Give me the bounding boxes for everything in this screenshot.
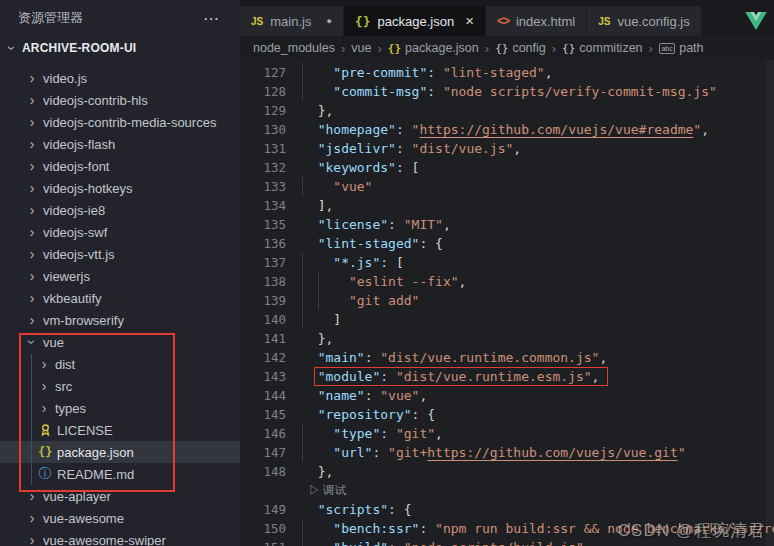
indent-guide [302,443,303,462]
indent-guide [302,519,303,538]
breadcrumb-label: config [512,41,545,55]
code-token: : { [412,407,435,422]
code-editor[interactable]: 127 "pre-commit": "lint-staged",128 "com… [240,60,774,546]
code-token: "npm run build:ssr && node benchmarks/ss… [435,521,774,536]
code-line-139[interactable]: 139 "git add" [240,291,774,310]
tree-item-videojs-contrib-media-sources[interactable]: ›videojs-contrib-media-sources [0,111,240,133]
code-line-131[interactable]: 131 "jsdelivr": "dist/vue.js", [240,139,774,158]
tree-item-vm-browserify[interactable]: ›vm-browserify [0,309,240,331]
chevron-right-icon: › [26,248,38,260]
code-line-137[interactable]: 137 "*.js": [ [240,253,774,272]
tree-item-vue[interactable]: ›vue [0,331,240,353]
line-number: 150 [240,519,286,538]
unsaved-dot-icon[interactable]: ● [326,16,331,26]
tree-item-types[interactable]: ›types [0,397,240,419]
code-line-content: "vue" [302,177,774,196]
tree-item-viewerjs[interactable]: ›viewerjs [0,265,240,287]
chevron-right-icon: › [26,534,38,546]
code-token: "bench:ssr" [333,521,419,536]
code-line-content: ] [302,310,774,329]
code-line-content: "git add" [302,291,774,310]
code-line-130[interactable]: 130 "homepage": "https://github.com/vuej… [240,120,774,139]
code-line-133[interactable]: 133 "vue" [240,177,774,196]
breadcrumb-label: node_modules [253,41,335,55]
code-line-136[interactable]: 136 "lint-staged": { [240,234,774,253]
code-line-content: "name": "vue", [302,386,774,405]
tree-item-videojs-font[interactable]: ›videojs-font [0,155,240,177]
more-actions-icon[interactable]: ⋯ [203,9,220,28]
breadcrumb-item-package.json[interactable]: {}package.json [388,41,479,55]
tree-item-video.js[interactable]: ›video.js [0,67,240,89]
code-token: ] [333,312,341,327]
tree-item-package.json[interactable]: {}package.json [0,441,240,463]
code-token: : [427,84,443,99]
code-line-143[interactable]: 143 "module": "dist/vue.runtime.esm.js", [240,367,774,386]
tree-item-README.md[interactable]: ⓘREADME.md [0,463,240,485]
code-line-142[interactable]: 142 "main": "dist/vue.runtime.common.js"… [240,348,774,367]
vetur-extension-icon[interactable] [738,6,774,36]
code-line-content: }, [302,462,774,481]
tab-main.js[interactable]: JSmain.js● [240,6,343,36]
tree-item-dist[interactable]: ›dist [0,353,240,375]
code-line-144[interactable]: 144 "name": "vue", [240,386,774,405]
code-line-149[interactable]: 149 "scripts": { [240,500,774,519]
breadcrumb-item-config[interactable]: {}config [495,41,546,55]
tree-item-videojs-swf[interactable]: ›videojs-swf [0,221,240,243]
chevron-right-icon: › [485,41,489,56]
tree-item-videojs-hotkeys[interactable]: ›videojs-hotkeys [0,177,240,199]
code-token: "MIT" [404,217,443,232]
code-token: "dist/vue.runtime.common.js" [380,350,599,365]
tree-item-videojs-vtt.js[interactable]: ›videojs-vtt.js [0,243,240,265]
code-line-141[interactable]: 141 }, [240,329,774,348]
tree-item-videojs-contrib-hls[interactable]: ›videojs-contrib-hls [0,89,240,111]
chevron-right-icon: › [378,41,382,56]
indent-guide [302,82,303,101]
code-token: "git+ [388,445,427,460]
tree-item-label: videojs-flash [43,137,115,152]
tab-package.json[interactable]: {}package.json× [344,6,485,36]
tree-item-label: vkbeautify [43,291,102,306]
tab-index.html[interactable]: <>index.html [486,6,586,36]
code-token: : [396,122,412,137]
code-token: "lint-staged" [443,65,545,80]
code-line-147[interactable]: 147 "url": "git+https://github.com/vuejs… [240,443,774,462]
code-line-132[interactable]: 132 "keywords": [ [240,158,774,177]
tree-item-LICENSE[interactable]: LICENSE [0,419,240,441]
code-line-129[interactable]: 129 }, [240,101,774,120]
tree-item-vue-awesome[interactable]: ›vue-awesome [0,507,240,529]
breadcrumb-item-commitizen[interactable]: {}commitizen [562,41,642,55]
tree-item-videojs-ie8[interactable]: ›videojs-ie8 [0,199,240,221]
tree-item-videojs-flash[interactable]: ›videojs-flash [0,133,240,155]
tree-item-label: vue-aplayer [43,489,111,504]
code-token: "dist/vue.runtime.esm.js" [396,369,592,384]
breadcrumb-item-path[interactable]: abcpath [659,41,704,55]
code-line-127[interactable]: 127 "pre-commit": "lint-staged", [240,63,774,82]
tab-vue.config.js[interactable]: JSvue.config.js [587,6,701,36]
workspace-root[interactable]: › ARCHIVE-ROOM-UI [0,36,240,60]
code-token: : [365,388,381,403]
code-line-148[interactable]: 148 }, [240,462,774,481]
breadcrumb-item-node_modules[interactable]: node_modules [253,41,335,55]
code-line-150[interactable]: 150 "bench:ssr": "npm run build:ssr && n… [240,519,774,538]
code-line-140[interactable]: 140 ] [240,310,774,329]
tree-item-label: vue [43,335,64,350]
code-line-content: "lint-staged": { [302,234,774,253]
code-line-135[interactable]: 135 "license": "MIT", [240,215,774,234]
code-line-134[interactable]: 134 ], [240,196,774,215]
code-line-128[interactable]: 128 "commit-msg": "node scripts/verify-c… [240,82,774,101]
close-icon[interactable]: × [465,14,474,28]
json-braces-icon: {} [38,445,52,459]
chevron-right-icon: › [26,226,38,238]
code-line-145[interactable]: 145 "repository": { [240,405,774,424]
json-braces-icon: {} [355,14,371,29]
code-line-146[interactable]: 146 "type": "git", [240,424,774,443]
tree-item-vue-aplayer[interactable]: ›vue-aplayer [0,485,240,507]
code-line-151[interactable]: 151 "build": "node scripts/build.js", [240,538,774,546]
tree-item-vue-awesome-swiper[interactable]: ›vue-awesome-swiper [0,529,240,546]
breadcrumb-item-vue[interactable]: vue [351,41,371,55]
tree-item-vkbeautify[interactable]: ›vkbeautify [0,287,240,309]
tab-label: index.html [516,14,575,29]
codelens-debug[interactable]: ▷ 调试 [240,481,774,500]
code-line-138[interactable]: 138 "eslint --fix", [240,272,774,291]
tree-item-src[interactable]: ›src [0,375,240,397]
